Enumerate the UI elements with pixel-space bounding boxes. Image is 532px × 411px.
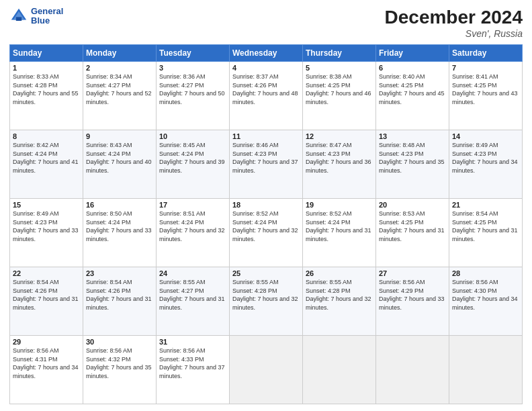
day-info: Sunrise: 8:40 AMSunset: 4:25 PMDaylight:… [379, 73, 446, 106]
logo-line1: General [31, 7, 63, 16]
day-info: Sunrise: 8:55 AMSunset: 4:28 PMDaylight:… [306, 278, 373, 312]
day-header-friday: Friday [376, 45, 449, 62]
week-row-5: 29Sunrise: 8:56 AMSunset: 4:31 PMDayligh… [10, 336, 523, 404]
day-number: 31 [159, 338, 226, 346]
day-cell [303, 336, 376, 404]
week-row-3: 15Sunrise: 8:49 AMSunset: 4:23 PMDayligh… [10, 199, 523, 267]
day-cell [449, 336, 523, 404]
day-number: 21 [452, 201, 519, 209]
day-cell: 25Sunrise: 8:55 AMSunset: 4:28 PMDayligh… [230, 267, 303, 336]
day-cell: 5Sunrise: 8:38 AMSunset: 4:25 PMDaylight… [303, 62, 376, 130]
day-cell: 13Sunrise: 8:48 AMSunset: 4:23 PMDayligh… [376, 130, 449, 199]
day-cell: 29Sunrise: 8:56 AMSunset: 4:31 PMDayligh… [10, 336, 83, 404]
day-header-wednesday: Wednesday [230, 45, 303, 62]
day-info: Sunrise: 8:53 AMSunset: 4:25 PMDaylight:… [379, 210, 446, 243]
day-number: 23 [86, 269, 153, 277]
day-number: 19 [306, 201, 373, 209]
month-title: December 2024 [385, 7, 523, 28]
day-cell: 2Sunrise: 8:34 AMSunset: 4:27 PMDaylight… [83, 62, 157, 130]
day-info: Sunrise: 8:48 AMSunset: 4:23 PMDaylight:… [379, 141, 446, 175]
day-number: 28 [452, 269, 519, 277]
day-cell [376, 336, 449, 404]
day-info: Sunrise: 8:52 AMSunset: 4:24 PMDaylight:… [306, 210, 373, 243]
logo-text: General Blue [31, 7, 63, 26]
day-info: Sunrise: 8:55 AMSunset: 4:27 PMDaylight:… [159, 278, 226, 312]
day-cell: 3Sunrise: 8:36 AMSunset: 4:27 PMDaylight… [157, 62, 230, 130]
day-cell: 6Sunrise: 8:40 AMSunset: 4:25 PMDaylight… [376, 62, 449, 130]
day-info: Sunrise: 8:56 AMSunset: 4:29 PMDaylight:… [379, 278, 446, 312]
day-info: Sunrise: 8:34 AMSunset: 4:27 PMDaylight:… [86, 73, 153, 106]
day-number: 2 [86, 64, 153, 72]
day-cell: 14Sunrise: 8:49 AMSunset: 4:23 PMDayligh… [449, 130, 523, 199]
day-number: 17 [159, 201, 226, 209]
title-area: December 2024 Sven', Russia [385, 7, 523, 39]
day-number: 8 [13, 132, 80, 140]
day-info: Sunrise: 8:54 AMSunset: 4:25 PMDaylight:… [452, 210, 519, 243]
week-row-4: 22Sunrise: 8:54 AMSunset: 4:26 PMDayligh… [10, 267, 523, 336]
day-info: Sunrise: 8:49 AMSunset: 4:23 PMDaylight:… [13, 210, 80, 243]
day-cell: 27Sunrise: 8:56 AMSunset: 4:29 PMDayligh… [376, 267, 449, 336]
day-cell: 23Sunrise: 8:54 AMSunset: 4:26 PMDayligh… [83, 267, 157, 336]
day-number: 13 [379, 132, 446, 140]
header: General Blue December 2024 Sven', Russia [9, 7, 523, 39]
logo-line2: Blue [31, 16, 63, 26]
day-info: Sunrise: 8:50 AMSunset: 4:24 PMDaylight:… [86, 210, 153, 243]
day-header-sunday: Sunday [10, 45, 83, 62]
day-info: Sunrise: 8:42 AMSunset: 4:24 PMDaylight:… [13, 141, 80, 175]
day-cell: 12Sunrise: 8:47 AMSunset: 4:23 PMDayligh… [303, 130, 376, 199]
day-info: Sunrise: 8:56 AMSunset: 4:30 PMDaylight:… [452, 278, 519, 312]
day-info: Sunrise: 8:56 AMSunset: 4:32 PMDaylight:… [86, 347, 153, 380]
day-cell: 30Sunrise: 8:56 AMSunset: 4:32 PMDayligh… [83, 336, 157, 404]
day-number: 12 [306, 132, 373, 140]
day-cell: 31Sunrise: 8:56 AMSunset: 4:33 PMDayligh… [157, 336, 230, 404]
day-info: Sunrise: 8:43 AMSunset: 4:24 PMDaylight:… [86, 141, 153, 175]
day-cell: 17Sunrise: 8:51 AMSunset: 4:24 PMDayligh… [157, 199, 230, 267]
day-number: 5 [306, 64, 373, 72]
day-info: Sunrise: 8:54 AMSunset: 4:26 PMDaylight:… [13, 278, 80, 312]
day-info: Sunrise: 8:55 AMSunset: 4:28 PMDaylight:… [232, 278, 300, 312]
day-number: 9 [86, 132, 153, 140]
logo: General Blue [9, 7, 63, 26]
week-row-2: 8Sunrise: 8:42 AMSunset: 4:24 PMDaylight… [10, 130, 523, 199]
day-number: 25 [232, 269, 300, 277]
day-cell: 22Sunrise: 8:54 AMSunset: 4:26 PMDayligh… [10, 267, 83, 336]
day-info: Sunrise: 8:52 AMSunset: 4:24 PMDaylight:… [232, 210, 300, 243]
calendar-header-row: SundayMondayTuesdayWednesdayThursdayFrid… [10, 45, 523, 62]
day-cell: 1Sunrise: 8:33 AMSunset: 4:28 PMDaylight… [10, 62, 83, 130]
day-number: 29 [13, 338, 80, 346]
day-number: 1 [13, 64, 80, 72]
svg-rect-2 [16, 17, 21, 21]
day-number: 30 [86, 338, 153, 346]
day-number: 24 [159, 269, 226, 277]
day-cell: 20Sunrise: 8:53 AMSunset: 4:25 PMDayligh… [376, 199, 449, 267]
day-info: Sunrise: 8:38 AMSunset: 4:25 PMDaylight:… [306, 73, 373, 106]
day-cell: 24Sunrise: 8:55 AMSunset: 4:27 PMDayligh… [157, 267, 230, 336]
day-header-tuesday: Tuesday [157, 45, 230, 62]
day-info: Sunrise: 8:36 AMSunset: 4:27 PMDaylight:… [159, 73, 226, 106]
day-info: Sunrise: 8:45 AMSunset: 4:24 PMDaylight:… [159, 141, 226, 175]
day-number: 6 [379, 64, 446, 72]
day-number: 18 [232, 201, 300, 209]
day-number: 7 [452, 64, 519, 72]
day-number: 15 [13, 201, 80, 209]
day-cell: 21Sunrise: 8:54 AMSunset: 4:25 PMDayligh… [449, 199, 523, 267]
day-number: 26 [306, 269, 373, 277]
day-number: 22 [13, 269, 80, 277]
day-header-thursday: Thursday [303, 45, 376, 62]
day-number: 20 [379, 201, 446, 209]
day-number: 4 [232, 64, 300, 72]
day-cell: 8Sunrise: 8:42 AMSunset: 4:24 PMDaylight… [10, 130, 83, 199]
day-cell: 7Sunrise: 8:41 AMSunset: 4:25 PMDaylight… [449, 62, 523, 130]
day-info: Sunrise: 8:56 AMSunset: 4:31 PMDaylight:… [13, 347, 80, 380]
day-info: Sunrise: 8:54 AMSunset: 4:26 PMDaylight:… [86, 278, 153, 312]
day-info: Sunrise: 8:33 AMSunset: 4:28 PMDaylight:… [13, 73, 80, 106]
day-info: Sunrise: 8:51 AMSunset: 4:24 PMDaylight:… [159, 210, 226, 243]
day-cell: 15Sunrise: 8:49 AMSunset: 4:23 PMDayligh… [10, 199, 83, 267]
calendar-table: SundayMondayTuesdayWednesdayThursdayFrid… [9, 44, 523, 404]
day-number: 11 [232, 132, 300, 140]
general-blue-logo-icon [9, 7, 28, 26]
day-number: 10 [159, 132, 226, 140]
day-info: Sunrise: 8:49 AMSunset: 4:23 PMDaylight:… [452, 141, 519, 175]
day-number: 16 [86, 201, 153, 209]
day-cell: 11Sunrise: 8:46 AMSunset: 4:23 PMDayligh… [230, 130, 303, 199]
